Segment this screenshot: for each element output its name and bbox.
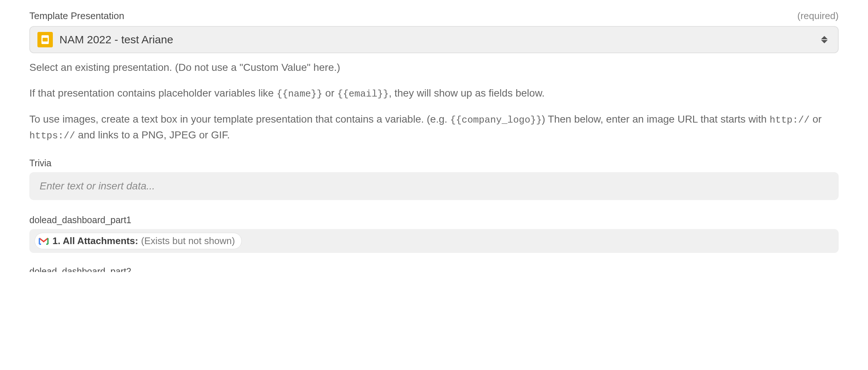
- template-presentation-help: Select an existing presentation. (Do not…: [29, 60, 839, 143]
- trivia-label: Trivia: [29, 158, 839, 168]
- attachment-pill-detail: (Exists but not shown): [141, 235, 235, 247]
- help-paragraph-3: To use images, create a text box in your…: [29, 112, 839, 143]
- code-https: https://: [29, 130, 75, 141]
- placeholder-code-name: {{name}}: [277, 88, 322, 99]
- dashboard-part2-label: dolead_dashboard_part2: [29, 266, 839, 272]
- template-presentation-header: Template Presentation (required): [29, 10, 839, 22]
- google-slides-icon: [37, 32, 53, 47]
- placeholder-code-email: {{email}}: [337, 88, 389, 99]
- placeholder-code-logo: {{company_logo}}: [450, 115, 542, 126]
- select-chevrons-icon: [821, 36, 828, 43]
- code-http: http://: [770, 115, 810, 126]
- required-tag: (required): [797, 10, 839, 22]
- dashboard-part1-label: dolead_dashboard_part1: [29, 215, 839, 225]
- dashboard-part1-input[interactable]: 1. All Attachments: (Exists but not show…: [29, 229, 839, 253]
- gmail-icon: [39, 237, 49, 245]
- attachment-pill-label: 1. All Attachments:: [52, 235, 138, 247]
- template-presentation-label: Template Presentation: [29, 10, 124, 22]
- help-paragraph-1: Select an existing presentation. (Do not…: [29, 60, 839, 75]
- help-paragraph-2: If that presentation contains placeholde…: [29, 86, 839, 101]
- template-presentation-select[interactable]: NAM 2022 - test Ariane: [29, 26, 839, 53]
- template-presentation-value: NAM 2022 - test Ariane: [59, 33, 821, 46]
- attachment-pill[interactable]: 1. All Attachments: (Exists but not show…: [34, 233, 242, 249]
- trivia-input[interactable]: [29, 172, 839, 200]
